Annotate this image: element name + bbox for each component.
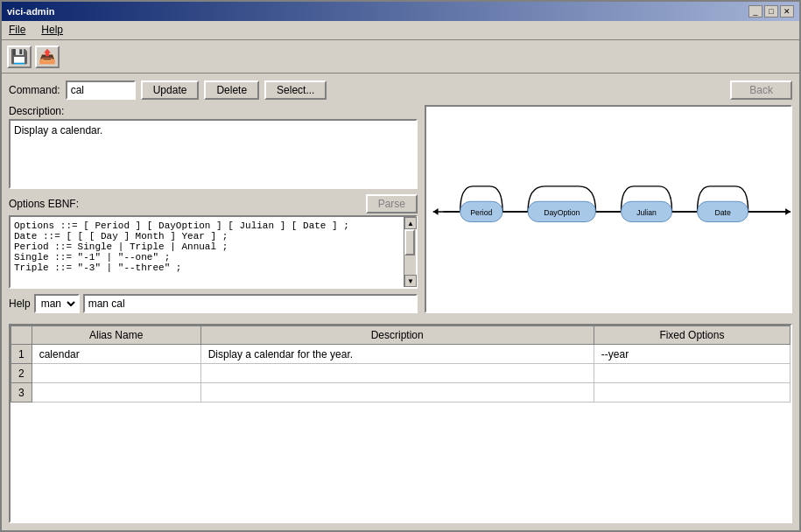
row-num-2: 2 (11, 364, 32, 383)
table-row: 1 calendar Display a calendar for the ye… (11, 345, 790, 364)
description-label: Description: (9, 105, 418, 117)
row-desc-3[interactable] (200, 383, 594, 402)
row-alias-3[interactable] (32, 383, 200, 402)
title-bar: vici-admin _ □ ✕ (2, 2, 799, 21)
back-button[interactable]: Back (730, 80, 792, 100)
export-button[interactable]: 📤 (35, 46, 60, 68)
help-label: Help (9, 298, 31, 310)
svg-text:Julian: Julian (636, 208, 657, 217)
row-desc-2[interactable] (200, 364, 594, 383)
export-icon: 📤 (39, 48, 56, 65)
ebnf-header: Options EBNF: Parse (9, 194, 418, 214)
col-alias: Alias Name (32, 326, 200, 345)
toolbar: 💾 📤 (2, 40, 799, 74)
help-select-wrap: man info help (34, 294, 80, 313)
menu-bar: File Help (2, 21, 799, 40)
row-alias-2[interactable] (32, 364, 200, 383)
ebnf-label: Options EBNF: (9, 198, 79, 210)
command-row: Command: Update Delete Select... (9, 80, 418, 100)
row-options-1[interactable]: --year (594, 345, 790, 364)
update-button[interactable]: Update (141, 80, 200, 100)
minimize-button[interactable]: _ (748, 5, 762, 18)
svg-text:Period: Period (470, 208, 492, 217)
ebnf-scrollbar[interactable]: ▲ ▼ (404, 217, 416, 287)
command-input[interactable] (66, 80, 136, 100)
menu-help[interactable]: Help (38, 23, 67, 38)
bottom-section: Alias Name Description Fixed Options 1 c… (2, 320, 799, 530)
save-button[interactable]: 💾 (7, 46, 32, 68)
col-fixed-options: Fixed Options (594, 326, 790, 345)
command-label: Command: (9, 84, 60, 96)
scroll-up-arrow[interactable]: ▲ (404, 217, 417, 229)
col-num (11, 326, 32, 345)
scroll-down-arrow[interactable]: ▼ (404, 275, 417, 287)
main-content: Command: Update Delete Select... Descrip… (2, 74, 799, 530)
alias-table: Alias Name Description Fixed Options 1 c… (11, 326, 790, 402)
menu-file[interactable]: File (5, 23, 29, 38)
help-select[interactable]: man info help (36, 296, 78, 312)
description-textarea[interactable]: Display a calendar. (9, 119, 418, 189)
diagram-area: Period DayOption Julian (425, 105, 792, 313)
svg-text:DayOption: DayOption (544, 208, 580, 217)
close-button[interactable]: ✕ (780, 5, 794, 18)
parse-button[interactable]: Parse (366, 194, 418, 214)
row-num-1: 1 (11, 345, 32, 364)
help-row: Help man info help (9, 294, 418, 313)
top-section: Command: Update Delete Select... Descrip… (2, 74, 799, 320)
row-desc-1[interactable]: Display a calendar for the year. (200, 345, 594, 364)
row-num-3: 3 (11, 383, 32, 402)
description-section: Description: Display a calendar. (9, 105, 418, 189)
window-title: vici-admin (7, 6, 54, 17)
help-input[interactable] (83, 294, 418, 313)
ebnf-section: Options EBNF: Parse Options ::= [ Period… (9, 194, 418, 289)
ebnf-textarea[interactable]: Options ::= [ Period ] [ DayOption ] [ J… (11, 217, 404, 287)
left-panel: Command: Update Delete Select... Descrip… (9, 80, 418, 313)
col-description: Description (200, 326, 594, 345)
table-container: Alias Name Description Fixed Options 1 c… (9, 324, 792, 523)
maximize-button[interactable]: □ (764, 5, 778, 18)
scroll-thumb[interactable] (404, 229, 415, 256)
right-panel: Back Period (425, 80, 792, 313)
window-controls: _ □ ✕ (748, 5, 794, 18)
svg-text:Date: Date (714, 208, 731, 217)
row-options-2[interactable] (594, 364, 790, 383)
save-icon: 💾 (11, 48, 28, 65)
table-row: 2 (11, 364, 790, 383)
delete-button[interactable]: Delete (204, 80, 259, 100)
row-alias-1[interactable]: calendar (32, 345, 200, 364)
row-options-3[interactable] (594, 383, 790, 402)
main-window: vici-admin _ □ ✕ File Help 💾 📤 Command: (0, 0, 801, 532)
table-row: 3 (11, 383, 790, 402)
svg-marker-1 (433, 208, 439, 215)
railroad-diagram: Period DayOption Julian (426, 107, 790, 312)
select-button[interactable]: Select... (264, 80, 327, 100)
ebnf-wrapper: Options ::= [ Period ] [ DayOption ] [ J… (9, 215, 418, 289)
